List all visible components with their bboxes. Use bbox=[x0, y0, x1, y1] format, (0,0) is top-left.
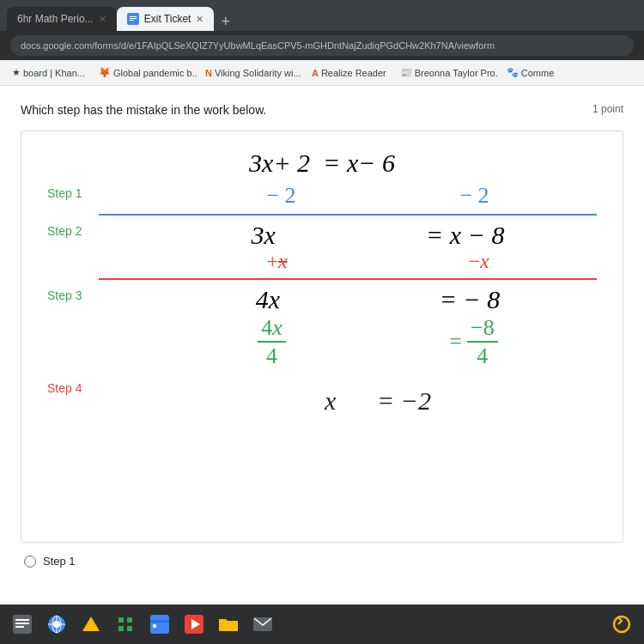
step2-main-eq: 3x = x − 8 bbox=[159, 221, 597, 250]
bookmark-breonna[interactable]: 📰 Breonna Taylor Pro... bbox=[395, 64, 498, 81]
taskbar-files-icon[interactable] bbox=[7, 609, 38, 640]
svg-rect-3 bbox=[130, 20, 134, 21]
step3-fraction-left: 4x 4 bbox=[258, 314, 286, 369]
point-label: 1 point bbox=[592, 103, 623, 115]
radio-label: Step 1 bbox=[43, 555, 76, 568]
step1-row: Step 1 − 2 − 2 bbox=[47, 183, 597, 209]
taskbar-cal-icon[interactable] bbox=[144, 609, 175, 640]
bookmark-board[interactable]: ★ board | Khan... bbox=[7, 64, 90, 81]
step4-eq: = −2 bbox=[370, 386, 431, 416]
taskbar-refresh-icon[interactable] bbox=[606, 609, 637, 640]
step2-label: Step 2 bbox=[47, 221, 107, 238]
taskbar-folder-icon[interactable] bbox=[213, 609, 244, 640]
bookmark-viking-label: Viking Solidarity wi... bbox=[215, 68, 301, 78]
step2-area: 3x = x − 8 +x −x bbox=[107, 221, 597, 273]
step4-x: x bbox=[325, 386, 336, 416]
bookmark-realize[interactable]: A Realize Reader bbox=[307, 65, 392, 81]
radio-circle[interactable] bbox=[24, 556, 36, 568]
tab-exit-label: Exit Ticket bbox=[144, 13, 191, 25]
svg-rect-18 bbox=[150, 615, 169, 634]
step3-eq-sign: = bbox=[449, 329, 462, 355]
svg-rect-1 bbox=[130, 16, 137, 17]
step1-label: Step 1 bbox=[47, 183, 107, 200]
question-text: Which step has the mistake in the work b… bbox=[21, 103, 266, 117]
svg-rect-5 bbox=[15, 619, 29, 621]
tab-math[interactable]: 6hr Math Perio... ✕ bbox=[7, 7, 117, 31]
step3-area: 4x = − 8 4x 4 = −8 4 bbox=[107, 285, 597, 369]
bookmark-comm[interactable]: 🐾 Comme bbox=[501, 64, 560, 81]
svg-rect-2 bbox=[130, 18, 137, 19]
radio-option-step1[interactable]: Step 1 bbox=[21, 555, 623, 568]
bookmarks-bar: ★ board | Khan... 🦊 Global pandemic b...… bbox=[0, 60, 644, 86]
svg-rect-16 bbox=[118, 626, 124, 631]
step4-row: Step 4 x = −2 bbox=[47, 378, 597, 416]
page-content: Which step has the mistake in the work b… bbox=[0, 86, 644, 605]
initial-equation: 3x + 2 = x − 6 bbox=[47, 149, 597, 178]
step2-sub-right: −x bbox=[468, 250, 489, 273]
blue-divider bbox=[99, 214, 597, 216]
step2-left: 3x bbox=[252, 221, 276, 250]
tab-exit-icon bbox=[127, 13, 139, 25]
step2-row: Step 2 3x = x − 8 +x −x bbox=[47, 221, 597, 273]
address-bar: docs.google.com/forms/d/e/1FAIpQLSeXQIZ7… bbox=[0, 31, 644, 60]
url-text: docs.google.com/forms/d/e/1FAIpQLSeXQIZ7… bbox=[21, 40, 495, 51]
step4-area: x = −2 bbox=[107, 386, 597, 416]
step3-left: 4x bbox=[256, 285, 280, 314]
tab-bar: 6hr Math Perio... ✕ Exit Ticket ✕ + bbox=[7, 0, 637, 31]
svg-rect-19 bbox=[150, 620, 169, 623]
taskbar-triangle-icon[interactable] bbox=[76, 609, 106, 640]
step3-division: 4x 4 = −8 4 bbox=[159, 314, 597, 369]
tab-close-exit[interactable]: ✕ bbox=[196, 14, 204, 25]
step2-sub-eq: +x −x bbox=[159, 250, 597, 273]
red-divider bbox=[99, 278, 597, 280]
step3-frac-right: −8 4 bbox=[467, 314, 498, 369]
taskbar-play-icon[interactable] bbox=[179, 609, 210, 640]
step3-main-eq: 4x = − 8 bbox=[159, 285, 597, 314]
question-header: Which step has the mistake in the work b… bbox=[21, 103, 623, 117]
bookmark-pandemic[interactable]: 🦊 Global pandemic b... bbox=[94, 64, 197, 81]
step1-area: − 2 − 2 bbox=[107, 183, 597, 209]
bookmark-realize-icon: A bbox=[312, 68, 319, 78]
step1-right: − 2 bbox=[459, 183, 489, 209]
step2-sub-left: +x bbox=[266, 250, 287, 273]
step3-frac-right-den: 4 bbox=[473, 343, 491, 369]
bookmark-realize-label: Realize Reader bbox=[321, 68, 386, 78]
step3-frac-left-num: 4x bbox=[258, 314, 286, 343]
step3-frac-right-num: −8 bbox=[467, 314, 498, 343]
new-tab-button[interactable]: + bbox=[214, 13, 237, 31]
bookmark-pandemic-label: Global pandemic b... bbox=[113, 68, 197, 78]
bookmark-viking-icon: N bbox=[205, 68, 212, 78]
tab-math-label: 6hr Math Perio... bbox=[17, 13, 94, 25]
step3-label: Step 3 bbox=[47, 285, 107, 302]
url-input[interactable]: docs.google.com/forms/d/e/1FAIpQLSeXQIZ7… bbox=[10, 35, 634, 56]
bookmark-breonna-label: Breonna Taylor Pro... bbox=[415, 68, 498, 78]
taskbar-browser-icon[interactable] bbox=[41, 609, 72, 640]
tab-exit-ticket[interactable]: Exit Ticket ✕ bbox=[117, 7, 215, 31]
svg-rect-6 bbox=[15, 623, 29, 624]
tab-close-math[interactable]: ✕ bbox=[99, 14, 106, 25]
svg-rect-20 bbox=[153, 624, 156, 628]
svg-rect-15 bbox=[127, 617, 132, 623]
bookmark-comm-label: Comme bbox=[521, 68, 555, 78]
svg-point-24 bbox=[614, 617, 629, 632]
bookmark-viking[interactable]: N Viking Solidarity wi... bbox=[200, 65, 303, 81]
bookmark-board-label: board | Khan... bbox=[23, 68, 85, 78]
bookmark-pandemic-icon: 🦊 bbox=[99, 67, 111, 78]
step4-label: Step 4 bbox=[47, 378, 107, 395]
math-box: 3x + 2 = x − 6 Step 1 − 2 − 2 Step 2 3x … bbox=[21, 131, 623, 543]
browser-chrome: 6hr Math Perio... ✕ Exit Ticket ✕ + bbox=[0, 0, 644, 31]
taskbar bbox=[0, 605, 644, 644]
step3-fraction-right: = −8 4 bbox=[449, 314, 497, 369]
step1-left: − 2 bbox=[266, 183, 295, 209]
step3-frac-left-den: 4 bbox=[263, 343, 281, 369]
step1-subtract: − 2 − 2 bbox=[159, 183, 597, 209]
bookmark-board-icon: ★ bbox=[12, 67, 21, 78]
step3-right: = − 8 bbox=[440, 285, 501, 314]
svg-marker-13 bbox=[82, 617, 100, 631]
bookmark-comm-icon: 🐾 bbox=[507, 67, 519, 78]
svg-rect-14 bbox=[118, 617, 124, 623]
taskbar-gear-icon[interactable] bbox=[110, 609, 141, 640]
taskbar-mail-icon[interactable] bbox=[247, 609, 278, 640]
step3-row: Step 3 4x = − 8 4x 4 = −8 bbox=[47, 285, 597, 369]
bookmark-breonna-icon: 📰 bbox=[400, 67, 412, 78]
